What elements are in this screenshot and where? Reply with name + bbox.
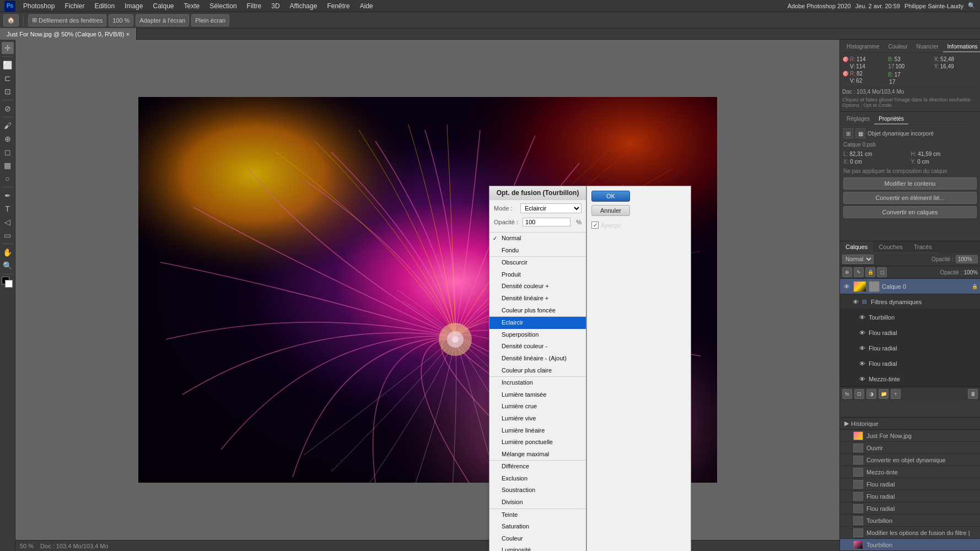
tab-histogramme[interactable]: Histogramme xyxy=(842,42,884,52)
cancel-button[interactable]: Annuler xyxy=(591,205,630,216)
blend-produit[interactable]: Produit xyxy=(489,269,586,281)
menu-fichier[interactable]: Fichier xyxy=(60,1,89,11)
tab-calques[interactable]: Calques xyxy=(840,241,873,253)
mode-select[interactable]: Eclaircir xyxy=(520,203,581,213)
add-layer-btn[interactable]: + xyxy=(891,389,901,399)
history-flou3[interactable]: Flou radial xyxy=(840,503,980,515)
layer-eye-flou1[interactable]: 👁 xyxy=(858,328,866,337)
blend-lumiere-ponctuelle[interactable]: Lumière ponctuelle xyxy=(489,436,586,449)
tool-clone[interactable]: ⊕ xyxy=(2,133,14,145)
convert-element-btn[interactable]: Convertir en élément lié... xyxy=(843,192,977,204)
zoom-display[interactable]: 100 % xyxy=(109,14,133,26)
layer-eye-filtres[interactable]: 👁 xyxy=(851,298,860,306)
tab-couleur[interactable]: Couleur xyxy=(884,42,912,52)
blend-mode-select[interactable]: Normal xyxy=(842,255,874,264)
blend-soustraction[interactable]: Soustraction xyxy=(489,484,586,496)
blend-normal[interactable]: Normal xyxy=(489,233,586,245)
add-group-btn[interactable]: 📁 xyxy=(879,389,889,399)
blend-couleur[interactable]: Couleur xyxy=(489,533,586,545)
menu-3d[interactable]: 3D xyxy=(267,1,284,11)
tool-eyedropper[interactable]: ⊘ xyxy=(2,102,14,115)
menu-texte[interactable]: Texte xyxy=(180,1,204,11)
layer-eye-calque0[interactable]: 👁 xyxy=(842,282,851,291)
layer-flou-radial-2[interactable]: 👁 Flou radial xyxy=(840,341,980,356)
add-mask-btn[interactable]: ⊡ xyxy=(854,389,864,399)
menu-affichage[interactable]: Affichage xyxy=(286,1,322,11)
del-layer-btn[interactable]: 🗑 xyxy=(968,389,978,399)
blend-teinte[interactable]: Teinte xyxy=(489,509,586,521)
tool-crop[interactable]: ⊡ xyxy=(2,85,14,98)
lock-fill-btn[interactable]: ◻ xyxy=(877,267,887,277)
tab-proprietes[interactable]: Propriétés xyxy=(874,114,908,125)
layer-eye-flou2[interactable]: 👁 xyxy=(858,344,866,353)
layer-calque0[interactable]: 👁 Calque 0 🔒 xyxy=(840,279,980,294)
tool-shape[interactable]: ▭ xyxy=(2,229,14,241)
layer-flou-radial-1[interactable]: 👁 Flou radial xyxy=(840,325,980,341)
history-tourbillon2[interactable]: Tourbillon xyxy=(840,539,980,551)
blend-division[interactable]: Division xyxy=(489,496,586,509)
blend-obscurcir[interactable]: Obscurcir xyxy=(489,257,586,269)
layer-eye-tourbillon[interactable]: 👁 xyxy=(858,313,866,322)
lock-art-btn[interactable]: ✎ xyxy=(854,267,864,277)
layer-mezzo[interactable]: 👁 Mezzo-tinte xyxy=(840,371,980,387)
tool-pen[interactable]: ✒ xyxy=(2,190,14,202)
tool-zoom[interactable]: 🔍 xyxy=(2,260,14,272)
menu-edition[interactable]: Edition xyxy=(90,1,119,11)
history-opt-fusion[interactable]: Modifier les options de fusion du filtre… xyxy=(840,527,980,539)
blend-luminosite[interactable]: Luminosité xyxy=(489,544,586,551)
opacity-input[interactable] xyxy=(956,255,978,263)
blend-couleur-foncee[interactable]: Couleur plus foncée xyxy=(489,305,586,317)
lock-all-btn[interactable]: 🔒 xyxy=(865,267,875,277)
add-adj-btn[interactable]: ◑ xyxy=(866,389,876,399)
history-ouvrir[interactable]: Ouvrir xyxy=(840,442,980,454)
blend-saturation[interactable]: Saturation xyxy=(489,521,586,533)
blend-lumiere-tamisee[interactable]: Lumière tamisée xyxy=(489,389,586,401)
tool-lasso[interactable]: ⊏ xyxy=(2,72,14,84)
blend-couleur-claire[interactable]: Couleur plus claire xyxy=(489,365,586,377)
tool-dodge[interactable]: ○ xyxy=(2,172,14,185)
menu-image[interactable]: Image xyxy=(120,1,147,11)
blend-densite-lineaire-moins[interactable]: Densité linéaire - (Ajout) xyxy=(489,353,586,365)
tool-type[interactable]: T xyxy=(2,203,14,215)
menu-calque[interactable]: Calque xyxy=(148,1,178,11)
tab-informations[interactable]: Informations xyxy=(943,42,980,52)
history-title[interactable]: ▶ Historique xyxy=(840,418,980,430)
tab-reglages[interactable]: Réglages xyxy=(842,114,874,125)
fit-screen-btn[interactable]: Adapter à l'écran xyxy=(136,14,189,26)
history-openjpg[interactable]: Just For Now.jpg xyxy=(840,430,980,442)
tool-hand[interactable]: ✋ xyxy=(2,246,14,258)
tab-nuancier[interactable]: Nuancier xyxy=(912,42,943,52)
history-tourbillon1[interactable]: Tourbillon xyxy=(840,515,980,527)
blend-exclusion[interactable]: Exclusion xyxy=(489,473,586,485)
history-convert-dyn[interactable]: Convertir en objet dynamique xyxy=(840,454,980,466)
blend-lumiere-vive[interactable]: Lumière vive xyxy=(489,413,586,425)
tool-marquee-rect[interactable]: ⬜ xyxy=(2,59,14,71)
history-flou2[interactable]: Flou radial xyxy=(840,490,980,503)
history-mezzo[interactable]: Mezzo-tinte xyxy=(840,466,980,478)
tab-couches[interactable]: Couches xyxy=(873,241,908,253)
menu-fenetre[interactable]: Fenêtre xyxy=(322,1,354,11)
blend-densite-lineaire-plus[interactable]: Densité linéaire + xyxy=(489,293,586,305)
home-btn[interactable]: 🏠 xyxy=(3,14,19,26)
fullscreen-btn[interactable]: Plein écran xyxy=(191,14,229,26)
layer-flou-radial-3[interactable]: 👁 Flou radial xyxy=(840,356,980,371)
layer-eye-mezzo[interactable]: 👁 xyxy=(858,375,866,383)
modify-content-btn[interactable]: Modifier le contenu xyxy=(843,177,977,190)
search-icon[interactable]: 🔍 xyxy=(968,2,976,9)
blend-fondu[interactable]: Fondu xyxy=(489,245,586,257)
blend-lumiere-lineaire[interactable]: Lumière linéaire xyxy=(489,425,586,437)
menu-aide[interactable]: Aide xyxy=(356,1,378,11)
blend-incrustation[interactable]: Incrustation xyxy=(489,377,586,389)
lock-pos-btn[interactable]: ⊕ xyxy=(842,267,852,277)
menu-filtre[interactable]: Filtre xyxy=(243,1,266,11)
blend-superposition[interactable]: Superposition xyxy=(489,329,586,341)
apercu-check[interactable]: ✓ xyxy=(591,222,599,229)
blend-densite-couleur-plus[interactable]: Densité couleur + xyxy=(489,280,586,293)
blend-difference[interactable]: Différence xyxy=(489,461,586,473)
canvas-tab-main[interactable]: Just For Now.jpg @ 50% (Calque 0, RVB/8)… xyxy=(0,28,137,40)
blend-densite-couleur-moins[interactable]: Densité couleur - xyxy=(489,341,586,353)
tool-brush[interactable]: 🖌 xyxy=(2,120,14,132)
menu-photoshop[interactable]: Photoshop xyxy=(19,1,59,11)
layer-eye-flou3[interactable]: 👁 xyxy=(858,359,866,368)
menu-selection[interactable]: Sélection xyxy=(205,1,241,11)
